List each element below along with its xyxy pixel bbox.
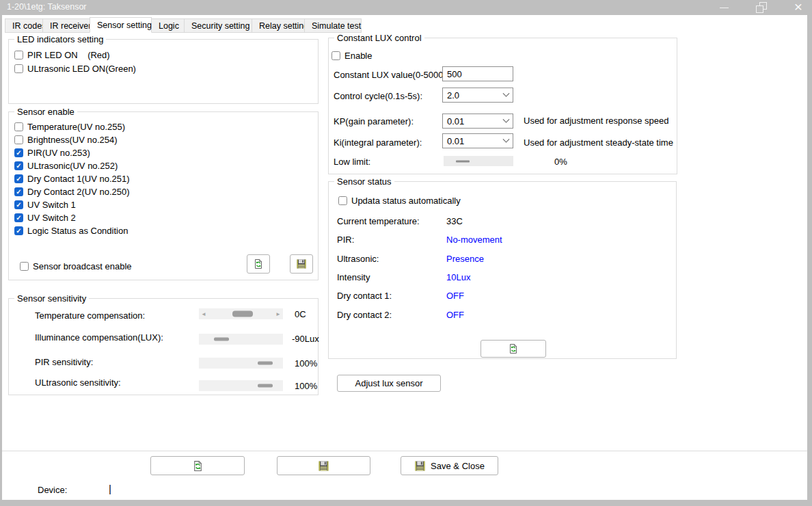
constant-lux-value-label: Constant LUX value(0-5000): [334, 70, 448, 80]
checkbox-uv-switch-2[interactable]: UV Switch 2 [14, 213, 76, 223]
checkbox-update-status-automatically[interactable]: Updata status automatically [338, 196, 461, 206]
kp-select[interactable]: 0.01 [442, 114, 513, 129]
tab-ir-codes[interactable]: IR codes [5, 18, 43, 33]
save-floppy-icon [318, 460, 329, 472]
tab-logic[interactable]: Logic [151, 18, 185, 33]
ultrasonic-sensitivity-slider[interactable] [199, 380, 283, 391]
chevron-down-icon [503, 90, 510, 96]
slider-thumb[interactable] [258, 384, 273, 388]
pir-sensitivity-slider[interactable] [199, 358, 283, 369]
slider-thumb[interactable] [214, 338, 229, 341]
kp-note: Used for adjustment response speed [524, 116, 668, 126]
checkbox-box [14, 122, 23, 131]
current-temperature-value: 33C [446, 216, 463, 226]
restore-icon[interactable] [756, 2, 767, 13]
checkbox-box [14, 161, 23, 170]
illuminance-compensation-value: -90Lux [292, 334, 319, 344]
control-cycle-select[interactable]: 2.0 [442, 88, 513, 103]
tab-ir-receiver[interactable]: IR receiver [42, 18, 90, 33]
constant-lux-value-input[interactable]: 500 [442, 66, 513, 81]
bottom-save-button[interactable] [277, 456, 370, 475]
slider-thumb[interactable] [258, 362, 273, 365]
checkbox-sensor-broadcast-enable[interactable]: Sensor broadcast enable [20, 261, 132, 271]
ultrasonic-sensitivity-value: 100% [295, 381, 317, 391]
low-limit-slider[interactable] [444, 156, 513, 166]
checkbox-pir[interactable]: PIR(UV no.253) [14, 148, 90, 158]
ki-select[interactable]: 0.01 [442, 133, 513, 148]
tab-label: Security setting [191, 21, 249, 31]
kp-label: KP(gain parameter): [334, 116, 414, 126]
window-title: 1-20\1etg: Taksensor [7, 2, 87, 12]
close-icon[interactable]: × [793, 2, 804, 13]
button-label: Adjust lux sensor [355, 378, 423, 388]
checkbox-ultrasonic-led-on[interactable]: ULtrasonic LED ON(Green) [14, 64, 136, 74]
checkbox-box [14, 148, 23, 157]
save-close-button[interactable]: Save & Close [401, 456, 498, 475]
adjust-lux-sensor-button[interactable]: Adjust lux sensor [337, 375, 441, 392]
tab-label: IR receiver [50, 21, 91, 31]
checkbox-uv-switch-1[interactable]: UV Switch 1 [14, 200, 76, 210]
titlebar: 1-20\1etg: Taksensor × [0, 0, 812, 15]
checkbox-box [14, 64, 23, 73]
bottom-refresh-button[interactable] [150, 456, 245, 475]
intensity-value: 10Lux [446, 272, 470, 282]
checkbox-label: UV Switch 1 [27, 200, 76, 210]
sensor-enable-refresh-button[interactable] [247, 254, 270, 274]
checkbox-label: Brightness(UV no.254) [27, 135, 118, 145]
ultrasonic-status-label: Ultrasonic: [337, 254, 379, 264]
checkbox-pir-led-on[interactable]: PIR LED ON (Red) [14, 50, 110, 60]
checkbox-ultrasonic[interactable]: ULtrasonic(UV no.252) [14, 161, 118, 171]
group-title: Sensor status [334, 176, 394, 187]
checkbox-box [14, 135, 23, 144]
ki-label: Ki(integral parameter): [334, 137, 422, 148]
sensor-status-refresh-button[interactable] [481, 340, 546, 358]
checkbox-label: PIR(UV no.253) [27, 148, 90, 158]
pir-sensitivity-label: PIR sensitivity: [35, 357, 93, 367]
checkbox-constant-lux-enable[interactable]: Enable [331, 51, 372, 61]
ultrasonic-sensitivity-label: ULtrasonic sensitivity: [35, 377, 121, 388]
tab-label: IR codes [12, 21, 46, 31]
window-controls: × [719, 0, 804, 15]
illuminance-compensation-label: Illuminance compensation(LUX): [35, 332, 163, 343]
slider-thumb[interactable] [456, 160, 470, 162]
minimize-icon[interactable] [719, 2, 730, 13]
checkbox-box [331, 51, 340, 60]
sensor-enable-group: Sensor enable Temperature(UV no.255) Bri… [8, 111, 319, 280]
checkbox-label: ULtrasonic(UV no.252) [27, 161, 118, 171]
illuminance-compensation-slider[interactable] [199, 334, 283, 345]
group-title: LED indicators setting [14, 34, 106, 44]
checkbox-dry-contact-2[interactable]: Dry Contact 2(UV no.250) [14, 187, 130, 197]
led-indicators-group: LED indicators setting PIR LED ON (Red) … [8, 39, 319, 104]
checkbox-logic-status-as-condition[interactable]: Logic Status as Condition [14, 226, 128, 236]
chevron-down-icon [503, 135, 510, 142]
checkbox-label: ULtrasonic LED ON(Green) [27, 64, 136, 74]
checkbox-dry-contact-1[interactable]: Dry Contact 1(UV no.251) [14, 174, 130, 184]
dry-contact-2-status-value: OFF [446, 310, 464, 320]
tab-relay-setting[interactable]: Relay setting [252, 18, 305, 33]
tab-bar: IR codes IR receiver Sensor setting Logi… [5, 17, 361, 33]
checkbox-box [14, 187, 23, 196]
checkbox-label: Dry Contact 2(UV no.250) [27, 187, 130, 197]
pir-status-value: No-movement [446, 235, 502, 245]
device-value-cursor[interactable]: | [109, 483, 111, 494]
tab-sensor-setting[interactable]: Sensor setting [90, 17, 152, 33]
tab-label: Logic [159, 21, 179, 31]
refresh-document-icon [192, 460, 204, 472]
checkbox-box [20, 262, 29, 271]
button-label: Save & Close [431, 461, 485, 471]
slider-thumb[interactable] [232, 311, 253, 317]
tab-security-setting[interactable]: Security setting [184, 18, 252, 33]
control-cycle-label: Control cycle(0.1s-5s): [334, 91, 422, 101]
group-title: Constant LUX control [334, 33, 424, 43]
checkbox-brightness[interactable]: Brightness(UV no.254) [14, 135, 118, 145]
sensor-status-group: Sensor status Updata status automaticall… [328, 181, 677, 359]
checkbox-box [14, 51, 23, 59]
temperature-compensation-slider[interactable] [199, 308, 283, 319]
tab-simulate-test[interactable]: Simulate test [304, 18, 362, 33]
combo-value: 0.01 [447, 116, 464, 126]
checkbox-temperature[interactable]: Temperature(UV no.255) [14, 122, 125, 132]
client-area: IR codes IR receiver Sensor setting Logi… [2, 15, 807, 500]
checkbox-box [14, 200, 23, 209]
sensor-enable-save-button[interactable] [290, 254, 313, 274]
dry-contact-1-status-label: Dry contact 1: [337, 291, 392, 301]
